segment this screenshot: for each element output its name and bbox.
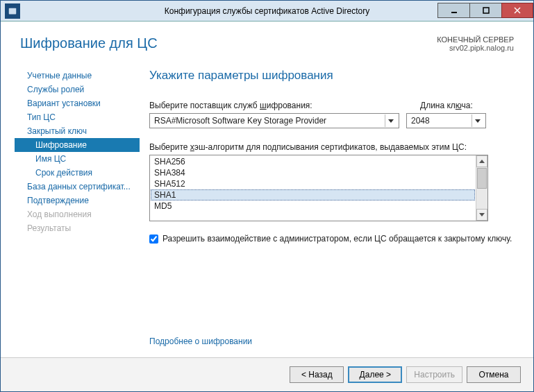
provider-value: RSA#Microsoft Software Key Storage Provi… (154, 116, 326, 126)
sidebar-item-11: Результаты (15, 221, 140, 235)
hash-option-sha512[interactable]: SHA512 (151, 178, 475, 189)
configure-button[interactable]: Настроить (406, 366, 462, 383)
sidebar: Учетные данныеСлужбы ролейВариант устано… (1, 59, 140, 357)
keylen-value: 2048 (411, 116, 430, 126)
footer: < Назад Далее > Настроить Отмена (1, 357, 533, 391)
close-button[interactable] (501, 3, 533, 18)
target-label: КОНЕЧНЫЙ СЕРВЕР (437, 35, 514, 44)
window-controls (437, 3, 533, 18)
hash-option-sha384[interactable]: SHA384 (151, 167, 475, 178)
sidebar-item-7[interactable]: Срок действия (15, 166, 140, 180)
sidebar-item-8[interactable]: База данных сертификат... (15, 180, 140, 194)
main-panel: Укажите параметры шифрования Выберите по… (140, 59, 533, 357)
sidebar-item-0[interactable]: Учетные данные (15, 69, 140, 83)
keylen-dropdown[interactable]: 2048 (406, 113, 486, 128)
svg-rect-2 (483, 8, 489, 13)
hash-list-items: SHA256SHA384SHA512SHA1MD5 (150, 155, 476, 221)
provider-dropdown[interactable]: RSA#Microsoft Software Key Storage Provi… (149, 113, 399, 128)
svg-rect-0 (9, 8, 17, 14)
wizard-window: Конфигурация службы сертификатов Active … (0, 0, 534, 392)
keylen-label: Длина ключа: (420, 101, 512, 110)
target-server-box: КОНЕЧНЫЙ СЕРВЕР srv02.pipk.nalog.ru (437, 35, 514, 52)
section-title: Укажите параметры шифрования (149, 69, 512, 83)
minimize-button[interactable] (437, 3, 469, 18)
next-button[interactable]: Далее > (348, 366, 402, 383)
page-title: Шифрование для ЦС (20, 35, 158, 51)
hash-option-sha1[interactable]: SHA1 (151, 189, 475, 201)
body: Учетные данныеСлужбы ролейВариант устано… (1, 59, 533, 357)
sidebar-item-6[interactable]: Имя ЦС (15, 152, 140, 166)
allow-admin-row[interactable]: Разрешить взаимодействие с администратор… (149, 234, 512, 244)
sidebar-item-10: Ход выполнения (15, 207, 140, 221)
chevron-down-icon (385, 114, 396, 127)
scroll-down-button[interactable] (476, 209, 487, 221)
scrollbar[interactable] (476, 155, 487, 221)
back-button[interactable]: < Назад (290, 366, 344, 383)
header: Шифрование для ЦС КОНЕЧНЫЙ СЕРВЕР srv02.… (1, 22, 533, 59)
more-info-link[interactable]: Подробнее о шифровании (149, 336, 512, 346)
sidebar-item-1[interactable]: Службы ролей (15, 83, 140, 96)
sidebar-item-3[interactable]: Тип ЦС (15, 110, 140, 124)
sidebar-item-4[interactable]: Закрытый ключ (15, 124, 140, 138)
provider-label: Выберите поставщик служб шифрования: (149, 101, 399, 110)
scroll-up-button[interactable] (476, 155, 487, 167)
target-server: srv02.pipk.nalog.ru (437, 44, 514, 52)
hash-option-sha256[interactable]: SHA256 (151, 156, 475, 167)
allow-admin-label: Разрешить взаимодействие с администратор… (162, 234, 512, 244)
scroll-thumb[interactable] (477, 168, 487, 189)
app-icon (5, 3, 20, 19)
maximize-button[interactable] (469, 3, 501, 18)
sidebar-item-2[interactable]: Вариант установки (15, 96, 140, 110)
hash-listbox[interactable]: SHA256SHA384SHA512SHA1MD5 (149, 155, 488, 221)
sidebar-item-5[interactable]: Шифрование (15, 138, 140, 152)
dropdown-row: RSA#Microsoft Software Key Storage Provi… (149, 113, 512, 128)
scroll-track[interactable] (476, 189, 487, 209)
chevron-down-icon (472, 114, 483, 127)
hash-option-md5[interactable]: MD5 (151, 201, 475, 212)
field-labels-row: Выберите поставщик служб шифрования: Дли… (149, 101, 512, 110)
cancel-button[interactable]: Отмена (467, 366, 521, 383)
sidebar-item-9[interactable]: Подтверждение (15, 194, 140, 207)
titlebar[interactable]: Конфигурация службы сертификатов Active … (1, 1, 533, 22)
allow-admin-checkbox[interactable] (149, 235, 158, 244)
hash-label: Выберите хэш-алгоритм для подписывания с… (149, 142, 512, 152)
